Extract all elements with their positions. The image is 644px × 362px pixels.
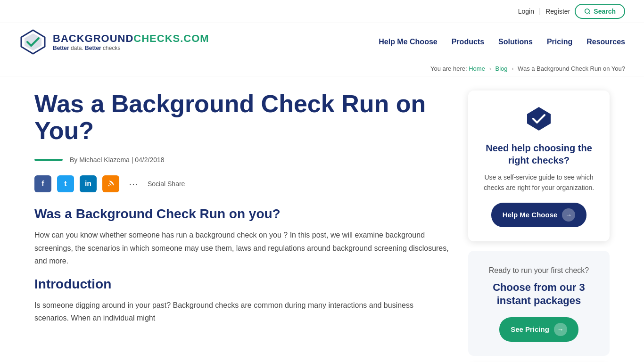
meta-line bbox=[34, 159, 63, 161]
article-title: Was a Background Check Run on You? bbox=[34, 90, 449, 144]
nav-resources[interactable]: Resources bbox=[586, 38, 625, 46]
article-body: Was a Background Check Run on you? How c… bbox=[34, 206, 449, 324]
rss-icon bbox=[107, 180, 115, 188]
breadcrumb-sep2: › bbox=[512, 65, 513, 72]
sidebar-logo-icon bbox=[525, 105, 553, 133]
register-link[interactable]: Register bbox=[545, 8, 570, 15]
facebook-share-button[interactable]: f bbox=[34, 175, 51, 192]
article-author: By Michael Klazema | 04/2/2018 bbox=[70, 156, 165, 164]
see-pricing-button[interactable]: See Pricing → bbox=[499, 317, 578, 342]
section-heading-intro: Introduction bbox=[34, 277, 449, 292]
logo-icon bbox=[19, 28, 47, 56]
main-nav: Help Me Choose Products Solutions Pricin… bbox=[379, 38, 625, 46]
login-link[interactable]: Login bbox=[518, 8, 534, 15]
nav-help-me-choose[interactable]: Help Me Choose bbox=[379, 38, 437, 46]
sidebar-card-2-subtitle: Ready to run your first check? bbox=[480, 265, 598, 276]
arrow-icon: → bbox=[562, 208, 575, 222]
search-button[interactable]: Search bbox=[575, 4, 625, 19]
sidebar-card-2-highlight: Choose from our 3 instant packages bbox=[480, 281, 598, 308]
header: BACKGROUNDCHECKS.COM Better data. Better… bbox=[0, 23, 644, 61]
body-paragraph-1: How can you know whether someone has run… bbox=[34, 229, 449, 267]
logo-text-area: BACKGROUNDCHECKS.COM Better data. Better… bbox=[53, 33, 209, 51]
nav-products[interactable]: Products bbox=[452, 38, 484, 46]
section-heading-1: Was a Background Check Run on you? bbox=[34, 206, 449, 222]
sidebar-card-1-text: Use a self-service guide to see which ch… bbox=[480, 172, 598, 193]
svg-point-4 bbox=[108, 185, 110, 187]
breadcrumb-blog[interactable]: Blog bbox=[495, 65, 507, 72]
article-content: Was a Background Check Run on You? By Mi… bbox=[34, 90, 449, 362]
search-icon bbox=[584, 8, 591, 15]
main-container: Was a Background Check Run on You? By Mi… bbox=[16, 76, 628, 362]
linkedin-icon: in bbox=[85, 180, 91, 188]
help-me-choose-button[interactable]: Help Me Choose → bbox=[491, 203, 587, 227]
twitter-icon: t bbox=[64, 180, 66, 188]
logo-tagline: Better data. Better checks bbox=[53, 45, 209, 51]
breadcrumb-current: Was a Background Check Run on You? bbox=[518, 65, 625, 72]
twitter-share-button[interactable]: t bbox=[57, 175, 74, 192]
breadcrumb-sep1: › bbox=[489, 65, 491, 72]
article-meta: By Michael Klazema | 04/2/2018 bbox=[34, 156, 449, 164]
separator: | bbox=[539, 7, 541, 16]
nav-pricing[interactable]: Pricing bbox=[547, 38, 572, 46]
linkedin-share-button[interactable]: in bbox=[80, 175, 97, 192]
facebook-icon: f bbox=[41, 180, 44, 188]
social-bar: f t in ⋯ Social Share bbox=[34, 175, 449, 192]
nav-solutions[interactable]: Solutions bbox=[498, 38, 533, 46]
pricing-arrow-icon: → bbox=[554, 323, 567, 336]
rss-share-button[interactable] bbox=[102, 175, 119, 192]
svg-line-1 bbox=[589, 13, 590, 14]
social-share-label: Social Share bbox=[148, 180, 185, 188]
logo-area: BACKGROUNDCHECKS.COM Better data. Better… bbox=[19, 28, 209, 56]
more-share-button[interactable]: ⋯ bbox=[125, 175, 142, 192]
sidebar-card-1-title: Need help choosing the right checks? bbox=[480, 142, 598, 166]
svg-point-0 bbox=[585, 9, 589, 13]
sidebar-card-help-choose: Need help choosing the right checks? Use… bbox=[468, 90, 610, 241]
sidebar: Need help choosing the right checks? Use… bbox=[468, 90, 610, 362]
logo-text: BACKGROUNDCHECKS.COM bbox=[53, 33, 209, 45]
breadcrumb: You are here: Home › Blog › Was a Backgr… bbox=[0, 61, 644, 76]
top-bar: Login | Register Search bbox=[0, 0, 644, 23]
body-paragraph-2: Is someone digging around in your past? … bbox=[34, 299, 449, 324]
breadcrumb-home[interactable]: Home bbox=[469, 65, 485, 72]
sidebar-card-pricing: Ready to run your first check? Choose fr… bbox=[468, 251, 610, 356]
